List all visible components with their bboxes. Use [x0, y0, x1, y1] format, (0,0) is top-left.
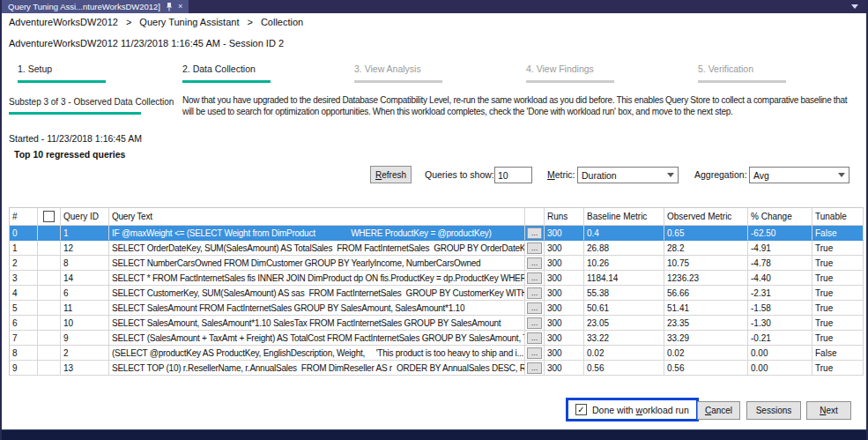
observed-metric-cell: 10.75 — [664, 256, 748, 271]
aggregation-selected-value: Avg — [753, 170, 835, 181]
step-setup-underline — [18, 80, 106, 83]
pct-change-cell: -0.21 — [748, 331, 812, 346]
observed-metric-cell: 1236.23 — [664, 271, 748, 286]
query-row[interactable]: 913SELECT TOP (10) r.ResellerName, r.Ann… — [10, 361, 864, 376]
breadcrumb: AdventureWorksDW2012 > Query Tuning Assi… — [9, 17, 303, 27]
row-index-cell: 4 — [10, 286, 38, 301]
metric-select[interactable]: Duration — [577, 167, 679, 183]
query-id-cell: 13 — [61, 361, 109, 376]
cancel-button[interactable]: Cancel — [697, 401, 740, 420]
header-runs[interactable]: Runs — [545, 208, 584, 226]
query-row[interactable]: 46SELECT CustomerKey, SUM(SalesAmount) A… — [10, 286, 864, 301]
query-id-cell: 12 — [61, 241, 109, 256]
query-row[interactable]: 82(SELECT @productKey AS ProductKey, Eng… — [10, 346, 864, 361]
query-text-expand-button[interactable]: ... — [527, 272, 542, 284]
query-row[interactable]: 79SELECT (SalesAmount + TaxAmt + Freight… — [10, 331, 864, 346]
baseline-metric-cell: 10.26 — [584, 256, 664, 271]
pct-change-cell: -4.91 — [748, 241, 812, 256]
header-observed-metric[interactable]: Observed Metric — [664, 208, 748, 226]
row-checkbox-cell — [38, 346, 61, 361]
pct-change-cell: -1.30 — [748, 316, 812, 331]
step-data-collection[interactable]: 2. Data Collection — [182, 63, 271, 83]
header-pct-change[interactable]: % Change — [748, 208, 812, 226]
query-text-cell: SELECT TOP (10) r.ResellerName, r.Annual… — [109, 361, 525, 376]
observed-metric-cell: 56.66 — [664, 286, 748, 301]
substep-indicator: Substep 3 of 3 - Observed Data Collectio… — [9, 97, 174, 115]
refresh-button[interactable]: Refresh — [370, 166, 412, 183]
query-text-expand-button[interactable]: ... — [527, 332, 542, 344]
next-button[interactable]: Next — [806, 401, 851, 420]
row-checkbox-cell — [38, 361, 61, 376]
pct-change-cell: -2.31 — [748, 286, 812, 301]
step-verification-label: 5. Verification — [698, 63, 753, 74]
header-baseline-metric[interactable]: Baseline Metric — [584, 208, 664, 226]
step-setup[interactable]: 1. Setup — [18, 63, 106, 83]
tab-query-tuning-assistant[interactable]: Query Tuning Assi...ntureWorksDW2012] × — [2, 0, 189, 13]
select-all-checkbox[interactable] — [43, 211, 55, 222]
breadcrumb-collection[interactable]: Collection — [261, 17, 303, 27]
observed-metric-cell: 23.35 — [664, 316, 748, 331]
query-text-expand-button[interactable]: ... — [527, 362, 542, 374]
row-index-cell: 5 — [10, 301, 38, 316]
pct-change-cell: -62.50 — [748, 226, 812, 241]
tunable-cell: True — [812, 286, 864, 301]
pct-change-cell: -1.58 — [748, 301, 812, 316]
runs-cell: 300 — [545, 226, 584, 241]
step-view-findings-label: 4. View Findings — [526, 63, 594, 74]
breadcrumb-database[interactable]: AdventureWorksDW2012 — [9, 17, 118, 27]
row-checkbox-cell — [38, 331, 61, 346]
query-detail-cell: ... — [525, 301, 545, 316]
tunable-cell: True — [812, 331, 864, 346]
pct-change-cell: 0.00 — [748, 361, 812, 376]
runs-cell: 300 — [545, 301, 584, 316]
tunable-cell: False — [812, 346, 864, 361]
done-with-workload-checkbox[interactable]: ✓ — [575, 404, 587, 415]
query-row[interactable]: 01IF @maxWeight <= (SELECT Weight from D… — [10, 226, 864, 241]
baseline-metric-cell: 26.88 — [584, 241, 664, 256]
query-id-cell: 6 — [61, 286, 109, 301]
query-row[interactable]: 314SELECT * FROM FactInternetSales fis I… — [10, 271, 864, 286]
header-query-text[interactable]: Query Text — [109, 208, 525, 226]
tunable-cell: True — [812, 316, 864, 331]
baseline-metric-cell: 55.38 — [584, 286, 664, 301]
runs-cell: 300 — [545, 346, 584, 361]
runs-cell: 300 — [545, 271, 584, 286]
query-text-expand-button[interactable]: ... — [527, 242, 542, 254]
query-row[interactable]: 610SELECT SalesAmount, SalesAmount*1.10 … — [10, 316, 864, 331]
session-info: AdventureWorksDW2012 11/23/2018 1:16:45 … — [9, 38, 284, 48]
step-view-analysis-label: 3. View Analysis — [354, 63, 421, 74]
query-row[interactable]: 112SELECT OrderDateKey, SUM(SalesAmount)… — [10, 241, 864, 256]
queries-to-show-input[interactable] — [494, 167, 532, 183]
query-text-cell: SELECT OrderDateKey, SUM(SalesAmount) AS… — [109, 241, 525, 256]
query-row[interactable]: 28SELECT NumberCarsOwned FROM DimCustome… — [10, 256, 864, 271]
query-text-cell: SELECT NumberCarsOwned FROM DimCustomer … — [109, 256, 525, 271]
query-tuning-assistant-window: Query Tuning Assi...ntureWorksDW2012] × … — [0, 0, 868, 440]
row-index-cell: 7 — [10, 331, 38, 346]
close-icon[interactable]: × — [178, 3, 182, 11]
query-id-cell: 11 — [61, 301, 109, 316]
query-detail-cell: ... — [525, 271, 545, 286]
query-text-expand-button[interactable]: ... — [527, 347, 542, 359]
tab-list-chevron-icon[interactable] — [851, 4, 858, 9]
step-view-analysis: 3. View Analysis — [354, 63, 442, 83]
query-text-expand-button[interactable]: ... — [527, 257, 542, 269]
query-detail-cell: ... — [525, 286, 545, 301]
query-row[interactable]: 511SELECT SalesAmount FROM FactInternetS… — [10, 301, 864, 316]
aggregation-label: Aggregation: — [694, 169, 747, 180]
query-detail-cell: ... — [525, 256, 545, 271]
aggregation-select[interactable]: Avg — [749, 167, 849, 183]
breadcrumb-qta[interactable]: Query Tuning Assistant — [139, 17, 239, 27]
query-text-expand-button[interactable]: ... — [527, 287, 542, 299]
metric-selected-value: Duration — [582, 170, 664, 181]
pin-icon[interactable] — [166, 2, 173, 11]
query-text-expand-button[interactable]: ... — [527, 302, 542, 314]
queries-to-show-label: Queries to show: — [425, 169, 494, 180]
row-checkbox-cell — [38, 286, 61, 301]
query-detail-cell: ... — [525, 316, 545, 331]
query-text-expand-button[interactable]: ... — [527, 317, 542, 329]
header-index[interactable]: # — [10, 208, 38, 226]
query-text-expand-button[interactable]: ... — [527, 227, 542, 239]
header-query-id[interactable]: Query ID — [61, 208, 109, 226]
sessions-button[interactable]: Sessions — [746, 401, 801, 420]
header-tunable[interactable]: Tunable — [812, 208, 864, 226]
